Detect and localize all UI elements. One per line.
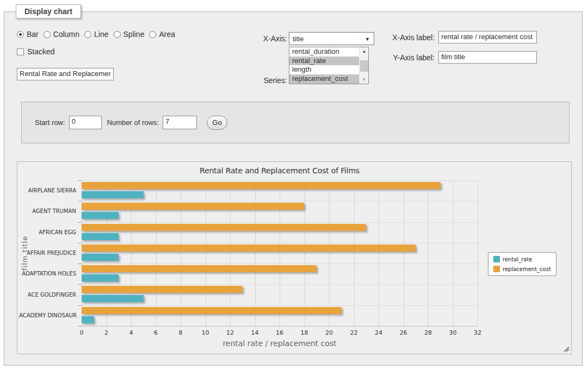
legend-item-rental_rate[interactable]: rental_rate [493,256,551,262]
bar-replacement_cost[interactable] [82,307,342,314]
x-tick-label: 6 [154,329,158,336]
series-option-rental-rate[interactable]: rental_rate [289,57,368,66]
y-axis-tick [78,264,82,264]
x-tick-label: 24 [375,329,382,336]
bar-rental_rate[interactable] [82,254,119,261]
number-of-rows-label: Number of rows: [107,118,159,127]
bar-replacement_cost[interactable] [82,182,441,189]
stacked-label: Stacked [27,47,55,56]
x-tick-label: 8 [179,329,183,336]
legend-label: rental_rate [503,256,533,262]
band-gridline [82,180,478,181]
y-category-label: AFRICAN EGG [19,229,76,235]
fieldset-legend: Display chart [16,4,81,18]
radio-label: Bar [27,30,39,39]
y-axis-tick [78,201,82,202]
display-chart-fieldset: Display chart Bar Column Line Spline Are… [4,11,583,366]
listbox-scrollbar[interactable]: ▲ ▼ [359,47,368,84]
stacked-row: Stacked [17,47,55,56]
x-tick-label: 18 [301,329,308,336]
chart-container: Rental Rate and Replacement Cost of Film… [17,161,572,354]
chart-type-option-column[interactable]: Column [44,30,79,39]
resize-handle-icon[interactable] [563,346,569,352]
stacked-checkbox[interactable] [17,48,24,55]
page: { "display_chart_panel": { "legend": "Di… [0,0,588,370]
bar-rental_rate[interactable] [82,191,144,198]
bar-rental_rate[interactable] [82,212,119,219]
radio-icon[interactable] [114,31,121,38]
gridline [206,180,206,326]
y-category-label: ACE GOLDFINGER [19,292,76,298]
x-axis-select-label: X-Axis: [233,34,287,43]
scroll-up-icon[interactable]: ▲ [360,47,369,55]
x-tick-label: 26 [400,329,407,336]
y-axis-tick [78,180,82,181]
y-axis-label-label: Y-Axis label: [380,53,435,62]
bar-replacement_cost[interactable] [82,265,317,272]
bar-replacement_cost[interactable] [82,203,304,210]
go-button[interactable]: Go [207,116,227,130]
bar-replacement_cost[interactable] [82,286,243,293]
legend-item-replacement_cost[interactable]: replacement_cost [493,266,551,272]
y-axis-tick [78,222,82,223]
scrollbar-thumb[interactable] [360,60,368,72]
band-gridline [82,264,478,264]
scroll-down-icon[interactable]: ▼ [360,76,369,84]
x-tick-label: 32 [474,329,481,336]
series-option-length[interactable]: length [289,65,368,74]
y-axis-tick [78,326,82,327]
start-row-input[interactable]: 0 [69,116,102,129]
series-listbox[interactable]: rental_duration rental_rate length repla… [289,47,369,84]
series-list-label: Series: [233,76,287,85]
bar-rental_rate[interactable] [82,233,119,240]
legend-swatch-icon [493,256,500,262]
chart-type-option-bar[interactable]: Bar [17,30,39,39]
gridline [305,180,305,326]
chart-type-radio-group: Bar Column Line Spline Area [17,30,180,39]
y-category-label: AGENT TRUMAN [19,208,76,214]
radio-label: Area [159,30,175,39]
x-axis-select[interactable]: title ▼ [289,32,374,45]
gridline [280,180,280,326]
x-tick-label: 28 [424,329,432,336]
gridline [156,180,157,326]
gridline [131,180,132,326]
band-gridline [82,243,478,243]
number-of-rows-input[interactable]: 7 [163,116,197,129]
radio-icon[interactable] [84,31,91,38]
chart-type-option-area[interactable]: Area [149,30,175,39]
radio-icon[interactable] [17,31,24,38]
chart-title: Rental Rate and Replacement Cost of Film… [82,166,478,175]
x-tick-label: 12 [226,329,234,336]
chart-title-input[interactable]: Rental Rate and Replacemer [17,68,114,80]
chart-type-option-line[interactable]: Line [84,30,108,39]
series-option-rental-duration[interactable]: rental_duration [289,47,368,57]
bar-replacement_cost[interactable] [82,224,366,231]
band-gridline [82,201,478,202]
x-tick-label: 14 [251,329,259,336]
plot-area [82,180,478,326]
radio-label: Spline [123,30,145,39]
x-tick-label: 16 [276,329,283,336]
bar-replacement_cost[interactable] [82,244,416,252]
y-axis-tick [78,243,82,243]
x-axis-label-input[interactable]: rental rate / replacement cost [438,31,537,43]
chart-type-option-spline[interactable]: Spline [114,30,145,39]
y-category-label: ADAPTATION HOLES [19,271,76,277]
radio-icon[interactable] [44,31,51,38]
legend-swatch-icon [493,266,500,272]
gridline [329,180,330,326]
band-gridline [82,284,478,285]
x-tick-label: 30 [449,329,457,336]
x-tick-label: 2 [104,329,108,336]
bar-rental_rate[interactable] [82,274,119,281]
series-option-replacement-cost[interactable]: replacement_cost [289,74,368,84]
legend-label: replacement_cost [503,266,551,272]
y-axis-label-input[interactable]: film title [438,51,537,64]
radio-icon[interactable] [149,31,156,38]
start-row-label: Start row: [35,118,65,127]
radio-label: Line [94,30,108,39]
y-axis-tick [78,305,82,306]
bar-rental_rate[interactable] [82,295,144,302]
bar-rental_rate[interactable] [82,316,94,323]
